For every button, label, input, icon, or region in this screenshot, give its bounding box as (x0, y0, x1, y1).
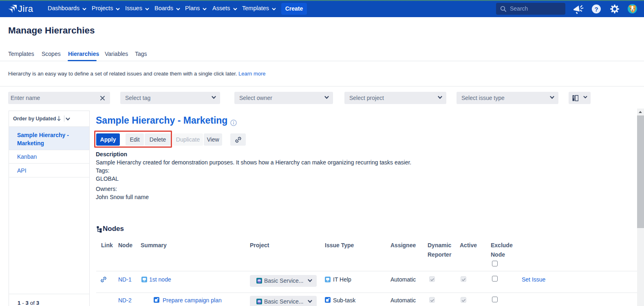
svg-text:?: ? (594, 6, 598, 13)
